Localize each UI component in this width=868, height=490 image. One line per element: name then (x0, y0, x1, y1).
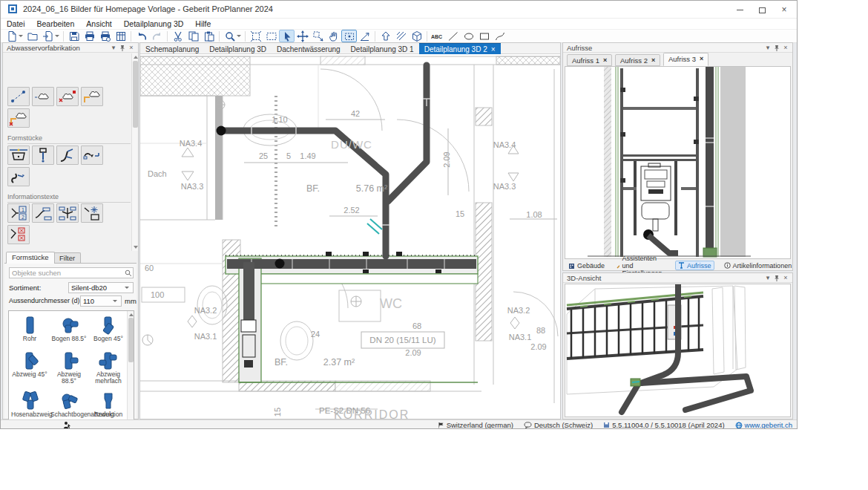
menu-detailplanung-3d[interactable]: Detailplanung 3D (118, 19, 190, 29)
tab-formstuecke[interactable]: Formstücke (6, 252, 55, 264)
status-website[interactable]: www.geberit.ch (735, 421, 792, 429)
tab-assistenten[interactable]: Assistenten und Einstellungen (614, 261, 668, 270)
tab-artikelinformationen[interactable]: Artikelinformationen (722, 261, 795, 270)
menu-hilfe[interactable]: Hilfe (189, 19, 217, 29)
hatch-icon[interactable] (393, 30, 409, 42)
tab-close-icon[interactable]: × (700, 55, 703, 65)
view3d-dropdown-icon[interactable]: ▾ (763, 274, 772, 282)
view3d-view[interactable] (565, 284, 791, 417)
undo-icon[interactable] (134, 30, 149, 42)
print-icon[interactable] (82, 30, 97, 42)
select-cursor-icon[interactable] (279, 30, 295, 42)
tool-cloud-connect[interactable] (32, 87, 54, 106)
part-abzweig-45[interactable]: Abzweig 45° (11, 351, 48, 378)
import-dropdown-icon[interactable] (55, 35, 59, 37)
text-abc-icon[interactable]: ABC (430, 30, 445, 42)
status-version[interactable]: 5.5.11004.0 / 5.5.10018 (April 2024) (603, 421, 724, 429)
cut-icon[interactable] (170, 30, 185, 42)
selection-frame-icon[interactable] (263, 30, 279, 42)
draw-line-icon[interactable] (445, 30, 461, 42)
tab-dachentwaesserung[interactable]: Dachentwässerung (272, 43, 346, 54)
part-bogen-885[interactable]: Bogen 88.5° (50, 316, 88, 342)
parts-list[interactable]: Rohr Bogen 88.5° Bogen 45° Abzweig 45° A… (8, 310, 134, 425)
print-preview-icon[interactable] (97, 30, 113, 42)
tool-draw-pipe[interactable] (7, 87, 30, 106)
tool-sink-fitting[interactable] (7, 146, 30, 165)
tab-gebaeude[interactable]: Gebäude (566, 261, 607, 270)
tab-schemaplanung[interactable]: Schemaplanung (140, 43, 204, 54)
pan-hand-icon[interactable] (326, 30, 341, 42)
move-selection-icon[interactable] (310, 30, 326, 42)
import-icon[interactable] (40, 30, 56, 42)
view3d-pin-icon[interactable] (772, 274, 781, 282)
part-abzweig-885[interactable]: Abzweig 88.5° (50, 351, 88, 385)
menu-ansicht[interactable]: Ansicht (80, 19, 117, 29)
tool-branch-fitting[interactable] (56, 146, 79, 165)
open-icon[interactable] (24, 30, 40, 42)
menu-datei[interactable]: Datei (1, 19, 31, 29)
tab-close-icon[interactable]: × (491, 46, 496, 53)
maximize-icon[interactable] (749, 1, 775, 19)
edit-frame-icon[interactable] (341, 30, 357, 42)
part-rohr[interactable]: Rohr (11, 316, 48, 342)
panel-pin-icon[interactable] (118, 44, 127, 52)
palette-scrollbar[interactable] (131, 53, 138, 251)
tab-aufriss-3[interactable]: Aufriss 3× (663, 53, 708, 66)
panel-dropdown-icon[interactable]: ▾ (109, 44, 118, 52)
parts-scrollbar[interactable] (127, 311, 134, 425)
tool-wc-fitting[interactable] (32, 146, 54, 165)
aufrisse-dropdown-icon[interactable]: ▾ (763, 44, 772, 52)
aufrisse-pin-icon[interactable] (772, 44, 781, 52)
tab-aufrisse[interactable]: Aufrisse (675, 261, 714, 270)
tool-info-delete[interactable] (7, 225, 30, 244)
tool-info-labels[interactable] (32, 203, 54, 223)
status-country[interactable]: Switzerland (german) (438, 421, 513, 429)
tab-close-icon[interactable]: × (651, 56, 655, 65)
tool-info-export[interactable] (81, 203, 103, 223)
tab-aufriss-2[interactable]: Aufriss 2× (615, 54, 660, 66)
new-dropdown-icon[interactable] (19, 35, 23, 37)
tab-close-icon[interactable]: × (603, 56, 607, 65)
zoom-extents-icon[interactable] (248, 30, 263, 42)
slope-line-icon[interactable] (357, 30, 372, 42)
draw-rectangle-icon[interactable] (476, 30, 492, 42)
status-language[interactable]: Deutsch (Schweiz) (524, 421, 593, 429)
new-document-icon[interactable] (4, 30, 19, 42)
aufrisse-close-icon[interactable]: × (781, 44, 790, 52)
table-icon[interactable] (113, 30, 128, 42)
tab-detailplanung-3d-2[interactable]: Detailplanung 3D 2× (419, 43, 501, 54)
building-up-icon[interactable] (378, 30, 393, 42)
part-reduktion[interactable]: Reduktion (90, 391, 127, 418)
diameter-select[interactable]: 110 (80, 295, 122, 307)
close-icon[interactable]: × (772, 1, 797, 19)
paste-icon[interactable] (201, 30, 217, 42)
move-icon[interactable] (295, 30, 310, 42)
tool-cloud-disconnect[interactable] (56, 87, 79, 106)
tool-info-multi-labels[interactable] (56, 203, 79, 223)
tab-detailplanung-3d-1[interactable]: Detailplanung 3D 1 (346, 43, 419, 54)
zoom-icon[interactable] (222, 30, 237, 42)
part-abzweig-mehrfach[interactable]: Abzweig mehrfach (90, 351, 127, 385)
view3d-close-icon[interactable]: × (781, 274, 790, 282)
iso-view-icon[interactable] (409, 30, 424, 42)
redo-icon[interactable] (149, 30, 165, 42)
panel-close-icon[interactable]: × (127, 44, 136, 52)
part-schachtbogenabzweig[interactable]: Schachtbogenabzweig (50, 391, 88, 418)
tool-transition-fitting[interactable] (81, 146, 103, 165)
zoom-dropdown-icon[interactable] (237, 35, 241, 37)
sortiment-select[interactable]: Silent-db20 (68, 282, 134, 293)
menu-bearbeiten[interactable]: Bearbeiten (31, 19, 81, 29)
part-bogen-45[interactable]: Bogen 45° (90, 316, 127, 342)
save-icon[interactable] (66, 30, 82, 42)
floor-plan-canvas[interactable]: NA3.4 Dach NA3.3 1.10 42 25 5 1.49 DU/WC… (140, 54, 560, 419)
copy-icon[interactable] (185, 30, 201, 42)
tab-aufriss-1[interactable]: Aufriss 1× (567, 54, 612, 66)
draw-ellipse-icon[interactable] (461, 30, 476, 42)
tool-s-trap-fitting[interactable] (7, 167, 30, 186)
tool-cloud-corner[interactable] (81, 87, 103, 106)
draw-arc-icon[interactable] (492, 30, 507, 42)
search-input[interactable] (9, 267, 134, 278)
tool-cloud-corner-end[interactable] (7, 108, 30, 128)
tab-detailplanung-3d[interactable]: Detailplanung 3D (204, 43, 272, 54)
minimize-icon[interactable] (727, 1, 752, 19)
